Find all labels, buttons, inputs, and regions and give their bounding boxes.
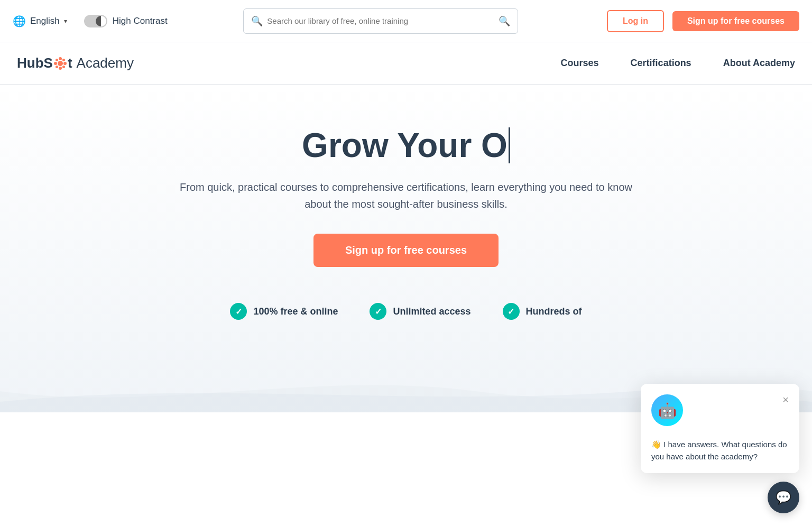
signup-button-top[interactable]: Sign up for free courses: [672, 11, 799, 31]
nav-link-courses[interactable]: Courses: [561, 58, 599, 69]
check-icon-hundreds: ✓: [503, 303, 520, 320]
top-bar-right: Log in Sign up for free courses: [607, 10, 799, 32]
hero-subtitle: From quick, practical courses to compreh…: [173, 179, 639, 213]
chevron-down-icon: ▾: [64, 17, 67, 25]
signup-button-hero[interactable]: Sign up for free courses: [313, 234, 499, 267]
svg-point-1: [59, 57, 62, 60]
hubspot-brand: HubS t: [17, 55, 72, 71]
logo-area[interactable]: HubS t Academy: [17, 55, 134, 71]
language-label: English: [30, 16, 60, 26]
svg-point-8: [62, 66, 65, 68]
search-bar[interactable]: 🔍 🔍: [243, 8, 518, 34]
feature-hundreds-label: Hundreds of: [526, 306, 582, 317]
academy-label: Academy: [77, 55, 134, 71]
toggle-switch[interactable]: [84, 15, 107, 27]
svg-point-0: [58, 61, 63, 66]
svg-point-3: [54, 62, 57, 65]
search-submit-icon: 🔍: [499, 16, 510, 26]
hero-title-text: Grow Your O: [302, 127, 508, 164]
main-nav: Courses Certifications About Academy: [561, 58, 795, 69]
high-contrast-toggle[interactable]: High Contrast: [84, 15, 168, 27]
language-selector[interactable]: 🌐 English ▾: [13, 15, 67, 27]
high-contrast-label: High Contrast: [113, 16, 168, 26]
svg-point-2: [59, 67, 62, 70]
svg-point-5: [56, 59, 58, 61]
chat-avatar: 🤖: [651, 394, 683, 412]
feature-unlimited-label: Unlimited access: [393, 306, 470, 317]
search-icon: 🔍: [251, 15, 263, 27]
feature-free-label: 100% free & online: [253, 306, 338, 317]
top-bar: 🌐 English ▾ High Contrast 🔍 🔍 Log in Sig…: [0, 0, 812, 42]
svg-point-7: [56, 66, 58, 68]
hero-section: Grow Your O From quick, practical course…: [0, 85, 812, 412]
feature-unlimited-access: ✓ Unlimited access: [370, 303, 470, 320]
svg-point-4: [63, 62, 67, 65]
feature-hundreds: ✓ Hundreds of: [503, 303, 582, 320]
top-bar-left: 🌐 English ▾ High Contrast: [13, 15, 168, 27]
hubspot-sprocket-icon: [53, 56, 68, 71]
features-row: ✓ 100% free & online ✓ Unlimited access …: [17, 292, 795, 341]
feature-free-online: ✓ 100% free & online: [230, 303, 338, 320]
nav-bar: HubS t Academy Courses Certifications Ab…: [0, 42, 812, 85]
svg-point-6: [62, 59, 65, 61]
hubspot-text-end: t: [68, 55, 72, 71]
hubspot-text: HubS: [17, 55, 53, 71]
hero-title: Grow Your O: [17, 127, 795, 164]
chat-popup: 🤖 × 👋 I have answers. What questions do …: [641, 384, 799, 412]
close-chat-button[interactable]: ×: [782, 394, 789, 405]
search-submit-button[interactable]: 🔍: [494, 15, 510, 27]
chat-avatar-icon: 🤖: [658, 402, 677, 413]
cursor-blink: [509, 127, 510, 163]
search-input[interactable]: [267, 16, 494, 25]
check-icon-unlimited: ✓: [370, 303, 386, 320]
globe-icon: 🌐: [13, 15, 26, 27]
check-icon-free: ✓: [230, 303, 247, 320]
toggle-half-indicator: [96, 16, 106, 26]
nav-link-about[interactable]: About Academy: [723, 58, 795, 69]
chat-popup-header: 🤖 ×: [651, 394, 789, 412]
nav-link-certifications[interactable]: Certifications: [631, 58, 691, 69]
login-button[interactable]: Log in: [607, 10, 664, 32]
